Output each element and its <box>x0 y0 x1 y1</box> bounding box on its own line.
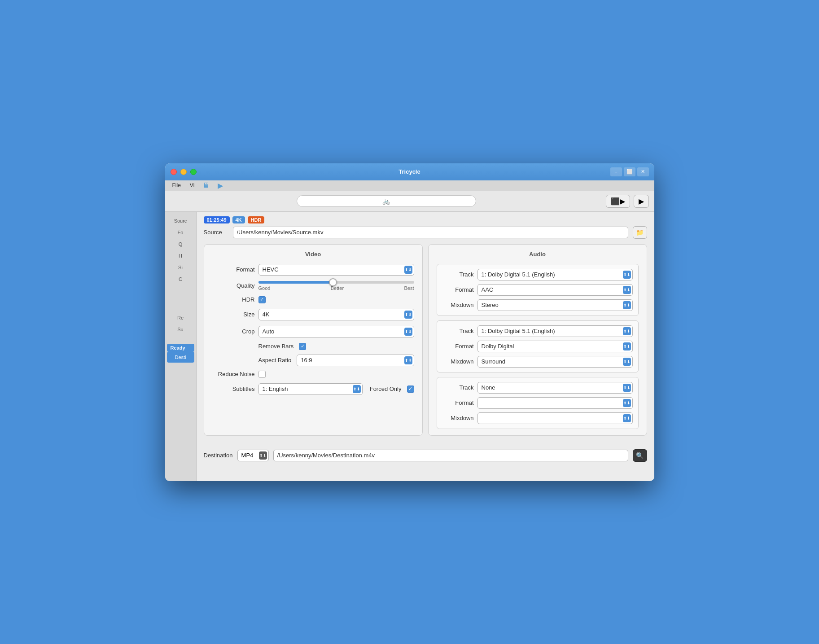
audio-1-mixdown-select[interactable]: Stereo Surround Mono <box>477 299 633 311</box>
video-format-select[interactable]: HEVC H.264 AV1 <box>258 264 414 276</box>
win-restore[interactable]: ⬜ <box>624 167 635 176</box>
source-folder-button[interactable]: 📁 <box>633 226 647 239</box>
audio-2-mixdown-select[interactable]: Stereo Surround Mono <box>477 356 633 368</box>
subtitles-row: Subtitles 1: English None ⬆⬇ Forced Only… <box>212 383 414 395</box>
traffic-lights <box>171 169 197 175</box>
quality-slider-thumb[interactable] <box>329 278 337 286</box>
audio-1-format-select[interactable]: AAC MP3 Dolby Digital <box>477 284 633 296</box>
video-crop-select[interactable]: Auto None Custom <box>258 326 414 337</box>
win-close[interactable]: ✕ <box>637 167 649 176</box>
audio-1-track-select[interactable]: 1: Dolby Digital 5.1 (English) None <box>477 269 633 280</box>
video-crop-row: Crop Auto None Custom ⬆⬇ <box>212 326 414 337</box>
video-format-row: Format HEVC H.264 AV1 ⬆⬇ <box>212 264 414 276</box>
audio-2-mixdown-wrapper: Stereo Surround Mono ⬆⬇ <box>477 356 633 368</box>
window-controls: − ⬜ ✕ <box>610 167 649 176</box>
encode-icon: ▶ <box>639 197 644 206</box>
minimize-button[interactable] <box>180 169 187 175</box>
sidebar-item-destination[interactable]: Desti <box>167 352 194 363</box>
quality-slider-container: Good Better Best <box>258 281 414 291</box>
audio-3-mixdown-label: Mixdown <box>442 415 474 421</box>
aspect-ratio-select[interactable]: 16:9 4:3 1:1 <box>297 355 414 366</box>
quality-slider-labels: Good Better Best <box>258 285 414 291</box>
video-size-row: Size 4K 1080p 720p ⬆⬇ <box>212 309 414 320</box>
sidebar-item-subtitles[interactable]: Su <box>167 324 194 335</box>
menu-view[interactable]: Vi <box>186 181 198 189</box>
menubar: File Vi 🖥 ▶ <box>165 180 654 191</box>
sidebar-item-crop[interactable]: C <box>167 274 194 285</box>
win-minimize[interactable]: − <box>610 167 622 176</box>
audio-1-mixdown-wrapper: Stereo Surround Mono ⬆⬇ <box>477 299 633 311</box>
destination-input[interactable] <box>273 450 628 461</box>
preview-icon: ⬛▶ <box>611 197 625 206</box>
video-size-select[interactable]: 4K 1080p 720p <box>258 309 414 320</box>
subtitles-label: Subtitles <box>212 386 255 392</box>
quality-slider-track[interactable] <box>258 281 414 284</box>
main-area: 01:25:49 4K HDR Source 📁 Video <box>197 212 654 481</box>
source-input[interactable] <box>233 227 628 238</box>
menu-file[interactable]: File <box>169 181 184 189</box>
close-button[interactable] <box>171 169 177 175</box>
audio-3-mixdown-select[interactable]: Stereo Surround Mono <box>477 412 633 424</box>
audio-3-format-row: Format AAC MP3 Dolby Digital ⬆⬇ <box>442 397 633 409</box>
audio-panel: Audio Track 1: Dolby Digital 5.1 (Englis… <box>428 244 647 436</box>
audio-2-format-select[interactable]: AAC MP3 Dolby Digital <box>477 341 633 352</box>
search-bar[interactable]: 🚲 <box>297 195 476 207</box>
titlebar: Tricycle − ⬜ ✕ <box>165 163 654 180</box>
hdr-checkbox[interactable]: ✓ <box>258 296 266 303</box>
source-row: Source 📁 <box>204 226 647 239</box>
video-hdr-label: HDR <box>212 296 255 303</box>
search-dest-icon: 🔍 <box>636 452 644 459</box>
destination-search-button[interactable]: 🔍 <box>633 449 647 462</box>
destination-format-select[interactable]: MP4 MKV WebM <box>237 450 269 461</box>
audio-1-track-wrapper: 1: Dolby Digital 5.1 (English) None ⬆⬇ <box>477 269 633 280</box>
sidebar-item-format[interactable]: Fo <box>167 227 194 238</box>
audio-2-track-label: Track <box>442 328 474 334</box>
sidebar-item-size[interactable]: Si <box>167 262 194 273</box>
sidebar-item-source[interactable]: Sourc <box>167 215 194 226</box>
reduce-noise-row: Reduce Noise <box>212 371 414 378</box>
audio-1-track-row: Track 1: Dolby Digital 5.1 (English) Non… <box>442 269 633 280</box>
audio-2-format-label: Format <box>442 343 474 350</box>
audio-3-format-select[interactable]: AAC MP3 Dolby Digital <box>477 397 633 409</box>
preview-button[interactable]: ⬛▶ <box>606 195 630 208</box>
audio-2-mixdown-row: Mixdown Stereo Surround Mono ⬆⬇ <box>442 356 633 368</box>
maximize-button[interactable] <box>190 169 197 175</box>
folder-icon: 📁 <box>636 229 644 236</box>
audio-3-track-select[interactable]: None 1: Dolby Digital 5.1 (English) <box>477 382 633 394</box>
sidebar-item-reduce[interactable]: Re <box>167 312 194 323</box>
quality-slider-fill <box>258 281 333 284</box>
monitor-icon[interactable]: 🖥 <box>200 179 212 192</box>
sidebar: Sourc Fo Q H Si C Re Su Ready Desti <box>165 212 197 481</box>
audio-2-track-select[interactable]: 1: Dolby Digital 5.1 (English) None <box>477 325 633 337</box>
sidebar-item-hdr[interactable]: H <box>167 250 194 261</box>
video-size-wrapper: 4K 1080p 720p ⬆⬇ <box>258 309 414 320</box>
audio-3-format-wrapper: AAC MP3 Dolby Digital ⬆⬇ <box>477 397 633 409</box>
destination-bar: Destination MP4 MKV WebM ⬆⬇ 🔍 <box>197 446 654 467</box>
subtitles-select[interactable]: 1: English None <box>258 383 363 395</box>
audio-2-format-row: Format AAC MP3 Dolby Digital ⬆⬇ <box>442 341 633 352</box>
play-icon[interactable]: ▶ <box>214 179 227 192</box>
audio-1-format-row: Format AAC MP3 Dolby Digital ⬆⬇ <box>442 284 633 296</box>
encode-button[interactable]: ▶ <box>634 195 649 208</box>
audio-group-3: Track None 1: Dolby Digital 5.1 (English… <box>437 377 639 429</box>
video-crop-label: Crop <box>212 328 255 335</box>
sidebar-item-quality[interactable]: Q <box>167 239 194 250</box>
forced-only-checkbox[interactable]: ✓ <box>407 386 414 393</box>
video-format-wrapper: HEVC H.264 AV1 ⬆⬇ <box>258 264 414 276</box>
reduce-noise-checkbox[interactable] <box>258 371 266 378</box>
audio-2-track-wrapper: 1: Dolby Digital 5.1 (English) None ⬆⬇ <box>477 325 633 337</box>
source-label: Source <box>204 229 228 236</box>
hdr-badge: HDR <box>248 216 265 223</box>
video-quality-label: Quality <box>212 282 255 289</box>
aspect-ratio-label: Aspect Ratio <box>258 357 292 364</box>
video-crop-wrapper: Auto None Custom ⬆⬇ <box>258 326 414 337</box>
audio-2-mixdown-label: Mixdown <box>442 358 474 365</box>
reduce-noise-label: Reduce Noise <box>212 371 255 377</box>
time-badge: 01:25:49 <box>204 216 230 223</box>
window-title: Tricycle <box>399 168 420 175</box>
4k-badge: 4K <box>232 216 245 223</box>
video-panel-title: Video <box>212 251 414 258</box>
subtitles-wrapper: 1: English None ⬆⬇ <box>258 383 363 395</box>
audio-1-mixdown-row: Mixdown Stereo Surround Mono ⬆⬇ <box>442 299 633 311</box>
remove-bars-checkbox[interactable]: ✓ <box>299 343 306 350</box>
